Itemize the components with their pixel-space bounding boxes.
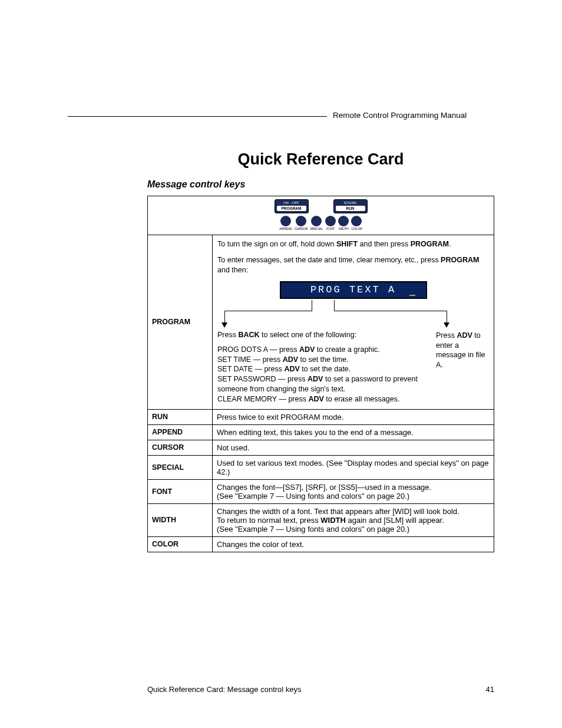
section-heading: Message control keys (147, 179, 494, 190)
remote-dot-row: APPEND CURSOR SPECIAL FONT WIDTH COLOR (275, 216, 368, 230)
txt: SET TIME — press (217, 355, 283, 364)
lcd-text: PROG TEXT A (310, 284, 396, 295)
lcd-cursor-icon (409, 295, 415, 296)
desc-special: Used to set various text modes. (See "Di… (213, 455, 494, 479)
remote-btn2-bot: RUN (336, 206, 365, 211)
dot-label: SPECIAL (310, 227, 323, 230)
txt: SET DATE — press (217, 365, 284, 373)
dot-icon (338, 216, 349, 226)
desc-color: Changes the color of text. (213, 536, 494, 552)
page-title: Quick Reference Card (147, 150, 494, 169)
kw: PROGRAM (441, 256, 479, 264)
txt: to set the time. (298, 355, 348, 364)
kw: WIDTH (320, 516, 346, 525)
kw: ADV (283, 355, 298, 364)
kw: ADV (308, 395, 323, 403)
kw: ADV (299, 345, 315, 354)
remote-graphic-row: ON - OFF PROGRAM SOUND RUN APPEND CURSOR… (148, 196, 494, 235)
lcd-display: PROG TEXT A (280, 281, 427, 299)
dot-label: COLOR (351, 227, 362, 230)
key-append: APPEND (148, 424, 213, 440)
row-width: WIDTH Changes the width of a font. Text … (148, 503, 494, 536)
dot-icon (296, 216, 306, 226)
row-color: COLOR Changes the color of text. (148, 536, 494, 552)
remote-graphic: ON - OFF PROGRAM SOUND RUN APPEND CURSOR… (275, 199, 368, 230)
remote-program-button: ON - OFF PROGRAM (275, 199, 309, 213)
dot-label: WIDTH (338, 227, 349, 230)
txt: and then: (217, 266, 248, 274)
desc-cursor: Not used. (213, 440, 494, 455)
adv-instruction: Press ADV to enter a message in file A. (436, 331, 489, 371)
remote-btn1-top: ON - OFF (275, 201, 308, 205)
dot-icon (325, 216, 336, 226)
program-onoff: To turn the sign on or off, hold down SH… (217, 239, 489, 249)
txt: Press (436, 331, 457, 340)
kw: ADV (284, 365, 299, 373)
dot-icon (351, 216, 362, 226)
txt: and then press (358, 240, 411, 248)
key-cursor: CURSOR (148, 440, 213, 455)
key-width: WIDTH (148, 503, 213, 536)
desc-width: Changes the width of a font. Text that a… (213, 503, 494, 536)
back-options: PROG DOTS A — press ADV to create a grap… (217, 345, 428, 404)
txt: SET PASSWORD — press (217, 375, 308, 383)
dot-icon (280, 216, 291, 226)
kw: BACK (238, 331, 259, 339)
row-font: FONT Changes the font—[SS7], [SRF], or [… (148, 479, 494, 503)
kw: SHIFT (336, 240, 358, 248)
desc-append: When editing text, this takes you to the… (213, 424, 494, 440)
row-program: PROGRAM To turn the sign on or off, hold… (148, 235, 494, 410)
desc-run: Press twice to exit PROGRAM mode. (213, 409, 494, 424)
txt: CLEAR MEMORY — press (217, 395, 308, 403)
key-color: COLOR (148, 536, 213, 552)
row-append: APPEND When editing text, this takes you… (148, 424, 494, 440)
key-program: PROGRAM (148, 235, 213, 410)
reference-table: ON - OFF PROGRAM SOUND RUN APPEND CURSOR… (147, 196, 494, 552)
arrow-down-icon (444, 322, 449, 328)
row-special: SPECIAL Used to set various text modes. … (148, 455, 494, 479)
txt: to erase all messages. (324, 395, 400, 403)
txt: To enter messages, set the date and time… (217, 256, 441, 264)
kw: ADV (308, 375, 323, 383)
row-run: RUN Press twice to exit PROGRAM mode. (148, 409, 494, 424)
key-font: FONT (148, 479, 213, 503)
txt: . (449, 240, 451, 248)
desc-font: Changes the font—[SS7], [SRF], or [SS5]—… (213, 479, 494, 503)
dot-label: CURSOR (295, 227, 308, 230)
page-footer: Quick Reference Card: Message control ke… (147, 685, 494, 694)
txt: Press (217, 331, 238, 339)
branch-arrows (217, 300, 489, 328)
dot-label: APPEND (279, 227, 292, 230)
footer-text: Quick Reference Card: Message control ke… (147, 685, 302, 694)
back-instruction: Press BACK to select one of the followin… (217, 331, 428, 339)
txt: PROG DOTS A — press (217, 345, 299, 354)
txt: to select one of the following: (260, 331, 357, 339)
row-cursor: CURSOR Not used. (148, 440, 494, 455)
key-special: SPECIAL (148, 455, 213, 479)
txt: to set the date. (300, 365, 351, 373)
remote-btn2-top: SOUND (334, 201, 367, 205)
kw: PROGRAM (411, 240, 449, 248)
kw: ADV (457, 331, 472, 340)
dot-icon (311, 216, 322, 226)
dot-label: FONT (325, 227, 336, 230)
key-run: RUN (148, 409, 213, 424)
arrow-down-icon (222, 322, 227, 328)
remote-btn1-bot: PROGRAM (277, 206, 306, 211)
txt: To turn the sign on or off, hold down (217, 240, 336, 248)
page-number: 41 (486, 685, 494, 694)
program-enter: To enter messages, set the date and time… (217, 255, 489, 275)
remote-run-button: SOUND RUN (333, 199, 368, 213)
txt: to create a graphic. (315, 345, 379, 354)
